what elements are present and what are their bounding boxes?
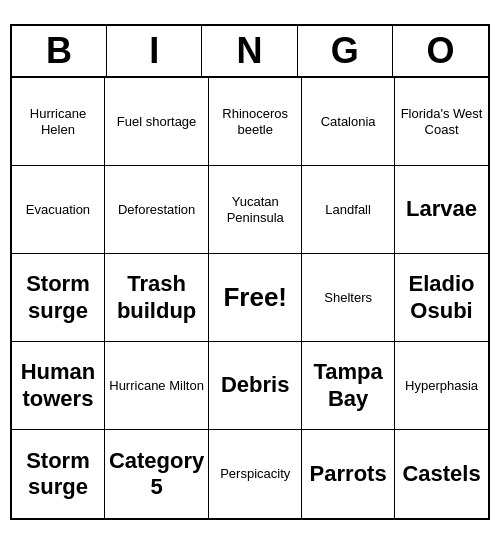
bingo-cell: Eladio Osubi bbox=[395, 254, 488, 342]
header-letter: O bbox=[393, 26, 488, 76]
bingo-cell: Castels bbox=[395, 430, 488, 518]
cell-text: Tampa Bay bbox=[306, 359, 390, 412]
bingo-cell: Deforestation bbox=[105, 166, 209, 254]
bingo-cell: Storm surge bbox=[12, 430, 105, 518]
header-letter: G bbox=[298, 26, 393, 76]
bingo-cell: Shelters bbox=[302, 254, 395, 342]
cell-text: Landfall bbox=[325, 202, 371, 218]
bingo-cell: Evacuation bbox=[12, 166, 105, 254]
bingo-header: BINGO bbox=[12, 26, 488, 78]
cell-text: Human towers bbox=[16, 359, 100, 412]
header-letter: B bbox=[12, 26, 107, 76]
cell-text: Deforestation bbox=[118, 202, 195, 218]
cell-text: Eladio Osubi bbox=[399, 271, 484, 324]
cell-text: Hurricane Helen bbox=[16, 106, 100, 137]
cell-text: Fuel shortage bbox=[117, 114, 197, 130]
bingo-cell: Florida's West Coast bbox=[395, 78, 488, 166]
cell-text: Parrots bbox=[310, 461, 387, 487]
cell-text: Debris bbox=[221, 372, 289, 398]
cell-text: Larvae bbox=[406, 196, 477, 222]
bingo-cell: Category 5 bbox=[105, 430, 209, 518]
bingo-cell: Tampa Bay bbox=[302, 342, 395, 430]
cell-text: Hyperphasia bbox=[405, 378, 478, 394]
cell-text: Florida's West Coast bbox=[399, 106, 484, 137]
bingo-cell: Parrots bbox=[302, 430, 395, 518]
bingo-cell: Perspicacity bbox=[209, 430, 302, 518]
bingo-cell: Rhinoceros beetle bbox=[209, 78, 302, 166]
header-letter: I bbox=[107, 26, 202, 76]
cell-text: Rhinoceros beetle bbox=[213, 106, 297, 137]
cell-text: Storm surge bbox=[16, 271, 100, 324]
bingo-cell: Hurricane Helen bbox=[12, 78, 105, 166]
cell-text: Castels bbox=[402, 461, 480, 487]
cell-text: Trash buildup bbox=[109, 271, 204, 324]
bingo-cell: Catalonia bbox=[302, 78, 395, 166]
header-letter: N bbox=[202, 26, 297, 76]
bingo-cell: Hurricane Milton bbox=[105, 342, 209, 430]
bingo-cell: Free! bbox=[209, 254, 302, 342]
bingo-card: BINGO Hurricane HelenFuel shortageRhinoc… bbox=[10, 24, 490, 520]
cell-text: Category 5 bbox=[109, 448, 204, 501]
bingo-cell: Debris bbox=[209, 342, 302, 430]
bingo-cell: Storm surge bbox=[12, 254, 105, 342]
cell-text: Storm surge bbox=[16, 448, 100, 501]
bingo-cell: Human towers bbox=[12, 342, 105, 430]
bingo-cell: Fuel shortage bbox=[105, 78, 209, 166]
cell-text: Perspicacity bbox=[220, 466, 290, 482]
cell-text: Shelters bbox=[324, 290, 372, 306]
bingo-grid: Hurricane HelenFuel shortageRhinoceros b… bbox=[12, 78, 488, 518]
cell-text: Hurricane Milton bbox=[109, 378, 204, 394]
bingo-cell: Larvae bbox=[395, 166, 488, 254]
cell-text: Evacuation bbox=[26, 202, 90, 218]
bingo-cell: Yucatan Peninsula bbox=[209, 166, 302, 254]
bingo-cell: Trash buildup bbox=[105, 254, 209, 342]
bingo-cell: Landfall bbox=[302, 166, 395, 254]
cell-text: Yucatan Peninsula bbox=[213, 194, 297, 225]
bingo-cell: Hyperphasia bbox=[395, 342, 488, 430]
cell-text: Catalonia bbox=[321, 114, 376, 130]
cell-text: Free! bbox=[223, 282, 287, 313]
